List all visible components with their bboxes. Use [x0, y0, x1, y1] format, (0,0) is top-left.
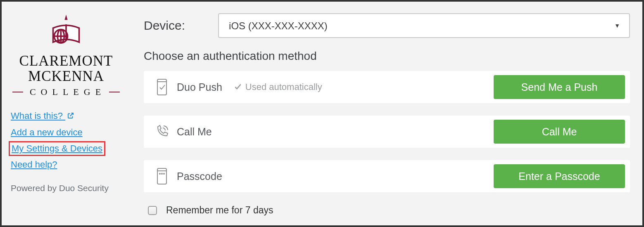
powered-by-text: Powered by Duo Security [11, 183, 121, 193]
svg-point-11 [162, 173, 162, 174]
need-help-link[interactable]: Need help? [11, 159, 57, 170]
external-link-icon [67, 111, 74, 122]
call-label: Call Me [177, 126, 212, 138]
logo-college-line: COLLEGE [12, 87, 120, 97]
what-is-this-label: What is this? [11, 111, 63, 121]
device-row: Device: iOS (XXX-XXX-XXXX) ▼ [144, 13, 630, 38]
svg-point-12 [164, 173, 164, 174]
logo-college-text: COLLEGE [26, 87, 106, 97]
passcode-icon [153, 168, 171, 185]
duo-prompt-frame: CLAREMONT MCKENNA COLLEGE What is this? … [2, 2, 642, 225]
logo-text-line2: MCKENNA [12, 69, 120, 84]
device-select[interactable]: iOS (XXX-XXX-XXXX) [218, 13, 630, 38]
add-device-link[interactable]: Add a new device [11, 127, 83, 138]
push-sub-label: Used automatically [245, 82, 322, 92]
checkmark-icon [234, 83, 242, 91]
send-push-button[interactable]: Send Me a Push [494, 75, 625, 99]
remember-row: Remember me for 7 days [144, 205, 630, 216]
sidebar-links: What is this? Add a new device My Settin… [11, 111, 121, 170]
remember-checkbox[interactable] [148, 206, 157, 215]
push-label: Duo Push [177, 81, 222, 93]
choose-method-heading: Choose an authentication method [144, 50, 630, 63]
method-row-passcode: Passcode Enter a Passcode [144, 160, 630, 192]
sidebar: CLAREMONT MCKENNA COLLEGE What is this? … [2, 2, 130, 225]
method-row-push: Duo Push Used automatically Send Me a Pu… [144, 71, 630, 103]
enter-passcode-button[interactable]: Enter a Passcode [494, 164, 625, 188]
college-logo: CLAREMONT MCKENNA COLLEGE [12, 13, 120, 97]
phone-ring-icon [153, 124, 171, 139]
my-settings-devices-link[interactable]: My Settings & Devices [11, 143, 103, 154]
logo-text-line1: CLAREMONT [12, 54, 120, 69]
call-me-button[interactable]: Call Me [494, 120, 625, 144]
method-row-call: Call Me Call Me [144, 116, 630, 148]
svg-marker-5 [64, 15, 67, 20]
remember-label: Remember me for 7 days [166, 205, 273, 216]
passcode-label: Passcode [177, 170, 222, 182]
book-globe-icon [48, 13, 85, 50]
device-select-wrap: iOS (XXX-XXX-XXXX) ▼ [218, 13, 630, 38]
phone-check-icon [153, 78, 171, 96]
push-used-automatically: Used automatically [234, 82, 322, 92]
what-is-this-link[interactable]: What is this? [11, 111, 74, 122]
device-label: Device: [144, 19, 185, 33]
main-panel: Device: iOS (XXX-XXX-XXXX) ▼ Choose an a… [130, 2, 642, 225]
svg-point-10 [159, 173, 160, 174]
